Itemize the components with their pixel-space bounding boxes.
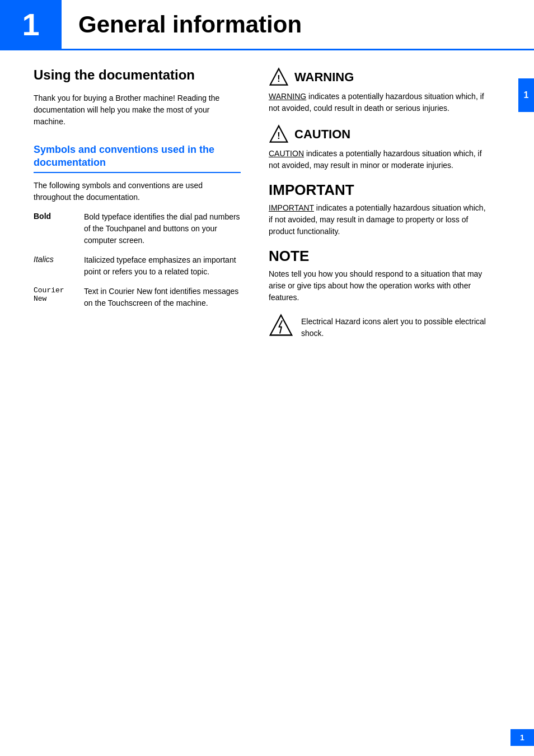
- important-block: IMPORTANT IMPORTANT indicates a potentia…: [269, 181, 487, 237]
- electrical-hazard-text: Electrical Hazard icons alert you to pos…: [301, 314, 487, 339]
- note-title: NOTE: [269, 248, 487, 265]
- section-title-using-documentation: Using the documentation: [34, 67, 241, 83]
- convention-desc-italics: Italicized typeface emphasizes an import…: [84, 254, 241, 278]
- caution-header: ! CAUTION: [269, 124, 487, 144]
- convention-row-bold: Bold Bold typeface identifies the dial p…: [34, 211, 241, 246]
- subsection-intro: The following symbols and conventions ar…: [34, 180, 241, 203]
- convention-term-bold: Bold: [34, 211, 84, 221]
- chapter-tab: 1: [518, 78, 534, 112]
- electrical-hazard-block: Electrical Hazard icons alert you to pos…: [269, 314, 487, 339]
- warning-block: ! WARNING WARNING indicates a potentiall…: [269, 67, 487, 114]
- caution-block: ! CAUTION CAUTION indicates a potentiall…: [269, 124, 487, 171]
- convention-desc-bold: Bold typeface identifies the dial pad nu…: [84, 211, 241, 246]
- convention-row-italics: Italics Italicized typeface emphasizes a…: [34, 254, 241, 278]
- convention-term-italics: Italics: [34, 254, 84, 264]
- important-label: IMPORTANT: [269, 203, 314, 212]
- subsection-title-symbols: Symbols and conventions used in the docu…: [34, 143, 241, 173]
- convention-term-courier: Courier New: [34, 286, 84, 303]
- warning-header: ! WARNING: [269, 67, 487, 87]
- chapter-number: 1: [0, 0, 62, 49]
- intro-text: Thank you for buying a Brother machine! …: [34, 92, 241, 128]
- svg-marker-4: [270, 315, 292, 335]
- warning-title: WARNING: [294, 70, 354, 85]
- convention-desc-courier: Text in Courier New font identifies mess…: [84, 286, 241, 309]
- caution-icon: !: [269, 124, 289, 144]
- important-title: IMPORTANT: [269, 181, 487, 199]
- svg-text:!: !: [277, 130, 280, 141]
- note-body: Notes tell you how you should respond to…: [269, 268, 487, 304]
- convention-table: Bold Bold typeface identifies the dial p…: [34, 211, 241, 309]
- page-header: 1 General information: [0, 0, 534, 50]
- note-block: NOTE Notes tell you how you should respo…: [269, 248, 487, 304]
- chapter-title: General information: [62, 0, 302, 49]
- important-body: IMPORTANT indicates a potentially hazard…: [269, 202, 487, 237]
- convention-row-courier: Courier New Text in Courier New font ide…: [34, 286, 241, 309]
- electrical-hazard-icon: [269, 314, 293, 338]
- left-column: Using the documentation Thank you for bu…: [0, 67, 257, 339]
- caution-title: CAUTION: [294, 127, 350, 142]
- caution-body: CAUTION indicates a potentially hazardou…: [269, 148, 487, 171]
- page-number: 1: [510, 729, 534, 746]
- warning-body: WARNING indicates a potentially hazardou…: [269, 91, 487, 114]
- svg-text:!: !: [277, 73, 280, 83]
- main-content: Using the documentation Thank you for bu…: [0, 50, 534, 373]
- right-column: ! WARNING WARNING indicates a potentiall…: [257, 67, 515, 339]
- warning-label: WARNING: [269, 92, 306, 101]
- caution-label: CAUTION: [269, 149, 304, 158]
- warning-icon: !: [269, 67, 289, 87]
